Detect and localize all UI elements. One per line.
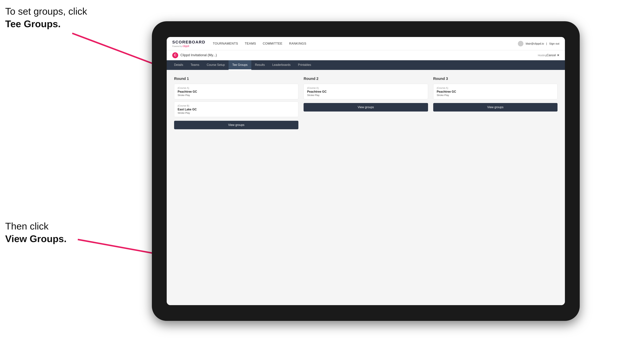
round-3-title: Round 3 xyxy=(433,77,558,81)
instruction-top: To set groups, click Tee Groups. xyxy=(5,5,87,30)
tournament-logo: C xyxy=(172,52,178,58)
tab-results[interactable]: Results xyxy=(251,60,268,70)
round-2-column: Round 2 (Course A) Peachtree GC Stroke P… xyxy=(304,77,428,129)
tournament-name: Clippd Invitational (My...) xyxy=(180,53,537,57)
round-3-course-a-label: (Course A) xyxy=(437,87,554,89)
round-3-view-groups-button[interactable]: View groups xyxy=(433,103,558,112)
nav-bar: SCOREBOARD Powered by clippit TOURNAMENT… xyxy=(167,37,565,50)
round-3-column: Round 3 (Course A) Peachtree GC Stroke P… xyxy=(433,77,558,129)
sign-out-link[interactable]: Sign out xyxy=(549,42,559,45)
logo-area: SCOREBOARD Powered by clippit xyxy=(172,40,206,47)
instruction-top-line2: Tee Groups. xyxy=(5,18,87,30)
round-2-title: Round 2 xyxy=(304,77,428,81)
round-2-course-a-card: (Course A) Peachtree GC Stroke Play xyxy=(304,84,428,99)
rounds-container: Round 1 (Course A) Peachtree GC Stroke P… xyxy=(174,77,558,129)
round-1-course-a-type: Stroke Play xyxy=(178,94,295,97)
tab-teams[interactable]: Teams xyxy=(187,60,203,70)
tab-printables[interactable]: Printables xyxy=(294,60,315,70)
tournament-hosting: Hosting xyxy=(538,54,546,57)
round-3-course-a-name: Peachtree GC xyxy=(437,90,554,93)
tablet-frame: SCOREBOARD Powered by clippit TOURNAMENT… xyxy=(152,21,580,321)
round-1-course-a-card: (Course A) Peachtree GC Stroke Play xyxy=(174,84,298,99)
instruction-tee-groups-bold: Tee Groups xyxy=(5,18,58,29)
cancel-button[interactable]: Cancel xyxy=(546,54,556,57)
logo-text: SCOREBOARD xyxy=(172,40,206,45)
tab-details[interactable]: Details xyxy=(170,60,187,70)
round-1-view-groups-button[interactable]: View groups xyxy=(174,121,298,129)
tournament-bar: C Clippd Invitational (My...) Hosting Ca… xyxy=(167,50,565,60)
user-email: blair@clippd.io xyxy=(526,42,544,45)
round-2-view-groups-button[interactable]: View groups xyxy=(304,103,428,112)
round-1-course-b-type: Stroke Play xyxy=(178,112,295,114)
tab-leaderboards[interactable]: Leaderboards xyxy=(268,60,294,70)
round-2-course-a-type: Stroke Play xyxy=(307,94,424,97)
nav-links: TOURNAMENTS TEAMS COMMITTEE RANKINGS xyxy=(213,42,518,45)
round-1-title: Round 1 xyxy=(174,77,298,81)
round-1-course-a-label: (Course A) xyxy=(178,87,295,89)
round-1-course-a-name: Peachtree GC xyxy=(178,90,295,93)
round-2-course-a-name: Peachtree GC xyxy=(307,90,424,93)
instruction-bottom-line2: View Groups. xyxy=(5,233,66,245)
instruction-top-line1: To set groups, click xyxy=(5,5,87,18)
round-1-column: Round 1 (Course A) Peachtree GC Stroke P… xyxy=(174,77,298,129)
nav-tournaments[interactable]: TOURNAMENTS xyxy=(213,42,238,45)
instruction-bottom-line1: Then click xyxy=(5,220,66,233)
instruction-bottom: Then click View Groups. xyxy=(5,220,66,245)
tab-bar: Details Teams Course Setup Tee Groups Re… xyxy=(167,60,565,70)
separator: | xyxy=(546,42,547,45)
tab-tee-groups[interactable]: Tee Groups xyxy=(228,60,251,70)
tab-course-setup[interactable]: Course Setup xyxy=(203,60,228,70)
main-content: Round 1 (Course A) Peachtree GC Stroke P… xyxy=(167,70,565,305)
round-3-course-a-card: (Course A) Peachtree GC Stroke Play xyxy=(433,84,558,99)
instruction-view-groups-bold: View Groups xyxy=(5,233,64,244)
round-3-course-a-type: Stroke Play xyxy=(437,94,554,97)
nav-rankings[interactable]: RANKINGS xyxy=(289,42,306,45)
nav-committee[interactable]: COMMITTEE xyxy=(263,42,282,45)
nav-right: blair@clippd.io | Sign out xyxy=(518,41,559,46)
round-1-course-b-label: (Course B) xyxy=(178,104,295,107)
logo-sub: Powered by clippit xyxy=(172,45,206,47)
round-1-course-b-card: (Course B) East Lake GC Stroke Play xyxy=(174,102,298,117)
cancel-x[interactable]: ✕ xyxy=(557,53,559,57)
tablet-screen: SCOREBOARD Powered by clippit TOURNAMENT… xyxy=(167,37,565,305)
round-2-course-a-label: (Course A) xyxy=(307,87,424,89)
round-1-course-b-name: East Lake GC xyxy=(178,108,295,111)
avatar xyxy=(518,41,524,46)
nav-teams[interactable]: TEAMS xyxy=(245,42,256,45)
